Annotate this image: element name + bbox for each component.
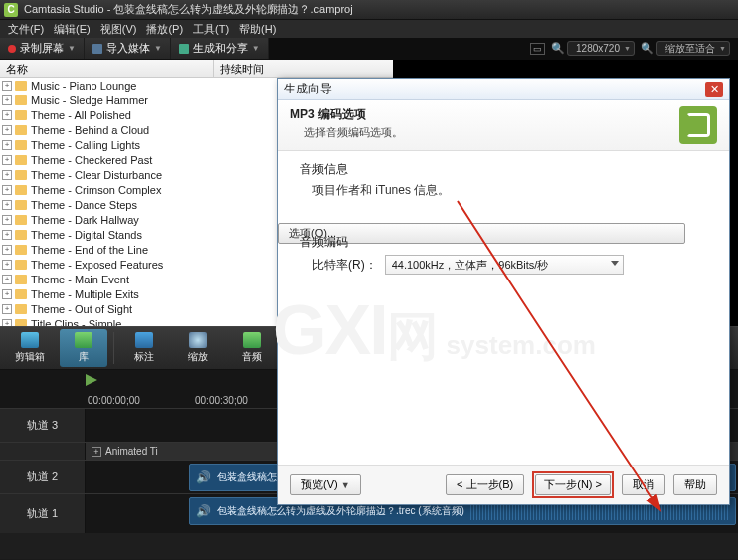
window-title: Camtasia Studio - 包装盒线稿怎么转为虚线及外轮廓描边？.cam…: [24, 2, 353, 17]
clip-title: 包装盒线稿怎么转为虚线及外轮廓描边？.trec (系统音频): [217, 504, 464, 518]
time-marker: 00:00:00;00: [88, 395, 140, 406]
expand-icon[interactable]: +: [2, 140, 12, 150]
canvas-dimensions[interactable]: 1280x720▼: [567, 41, 635, 56]
fullscreen-icon[interactable]: ▭: [530, 43, 545, 55]
tab-audio[interactable]: 音频: [228, 329, 276, 367]
record-screen-button[interactable]: 录制屏幕 ▼: [0, 38, 85, 59]
track-label[interactable]: 轨道 3: [0, 409, 86, 442]
item-label: Theme - Digital Stands: [31, 229, 142, 241]
search-icon: 🔍: [551, 42, 565, 54]
folder-icon: [15, 319, 27, 327]
expand-icon[interactable]: +: [2, 289, 12, 299]
tab-callouts[interactable]: 标注: [120, 329, 168, 367]
expand-icon[interactable]: +: [2, 155, 12, 165]
track-label[interactable]: 轨道 2: [0, 461, 86, 493]
folder-icon: [15, 185, 27, 195]
preview-toolbar: ▭ 🔍1280x720▼ 🔍缩放至适合▼: [269, 38, 738, 60]
preview-button[interactable]: 预览(V) ▼: [290, 474, 361, 495]
item-label: Theme - All Polished: [31, 109, 131, 121]
folder-icon: [15, 275, 27, 284]
item-label: Theme - Clear Disturbance: [31, 169, 162, 181]
menu-tools[interactable]: 工具(T): [189, 22, 233, 37]
item-label: Theme - Calling Lights: [31, 139, 140, 151]
dialog-title-bar[interactable]: 生成向导 ✕: [278, 79, 729, 100]
expand-icon[interactable]: +: [2, 170, 12, 180]
expand-icon[interactable]: +: [2, 230, 12, 240]
app-logo-icon: C: [4, 3, 18, 17]
dialog-body: GXI网system.com 音频信息 项目作者和 iTunes 信息。 选项(…: [278, 151, 729, 465]
menu-view[interactable]: 视图(V): [96, 22, 141, 37]
expand-icon[interactable]: +: [2, 245, 12, 255]
speaker-icon: 🔊: [196, 470, 211, 484]
expand-icon[interactable]: +: [2, 95, 12, 105]
item-label: Theme - Behind a Cloud: [31, 124, 149, 136]
item-label: Theme - Crimson Complex: [31, 184, 161, 196]
canvas-zoom[interactable]: 缩放至适合▼: [656, 41, 730, 56]
cancel-button[interactable]: 取消: [622, 474, 665, 495]
expand-icon[interactable]: +: [2, 81, 12, 91]
expand-icon[interactable]: +: [2, 260, 12, 270]
item-label: Theme - Dance Steps: [31, 199, 137, 211]
expand-icon[interactable]: +: [2, 304, 12, 314]
audio-icon: [243, 332, 261, 348]
callouts-icon: [135, 332, 153, 348]
folder-icon: [15, 125, 27, 135]
produce-share-button[interactable]: 生成和分享 ▼: [171, 38, 269, 59]
folder-icon: [15, 245, 27, 255]
expand-icon[interactable]: +: [2, 215, 12, 225]
back-button[interactable]: < 上一步(B): [446, 474, 524, 495]
folder-icon: [15, 215, 27, 225]
folder-icon: [15, 170, 27, 180]
track-label[interactable]: 轨道 1: [0, 494, 86, 533]
menu-file[interactable]: 文件(F): [4, 22, 48, 37]
chevron-down-icon: ▼: [341, 480, 350, 490]
expand-icon[interactable]: +: [2, 275, 12, 284]
dialog-heading: MP3 编码选项: [290, 106, 679, 123]
clip-header-label: Animated Ti: [105, 446, 158, 457]
folder-icon: [15, 81, 27, 91]
expand-icon[interactable]: +: [2, 319, 12, 327]
expand-icon[interactable]: +: [2, 110, 12, 120]
window-title-bar: C Camtasia Studio - 包装盒线稿怎么转为虚线及外轮廓描边？.c…: [0, 0, 738, 20]
expand-icon[interactable]: +: [2, 185, 12, 195]
col-name[interactable]: 名称: [0, 60, 214, 77]
speaker-icon: 🔊: [196, 504, 211, 518]
expand-icon[interactable]: +: [2, 125, 12, 135]
menu-help[interactable]: 帮助(H): [235, 22, 279, 37]
tab-zoom[interactable]: 缩放: [174, 329, 222, 367]
import-icon: [92, 44, 102, 54]
col-duration[interactable]: 持续时间: [214, 60, 393, 77]
main-toolbar: 录制屏幕 ▼ 导入媒体 ▼ 生成和分享 ▼ ▭ 🔍1280x720▼ 🔍缩放至适…: [0, 38, 738, 60]
tab-clipbin[interactable]: 剪辑箱: [6, 329, 54, 367]
help-button[interactable]: 帮助: [673, 474, 717, 495]
import-media-button[interactable]: 导入媒体 ▼: [85, 38, 171, 59]
playhead-icon[interactable]: [86, 374, 97, 386]
item-label: Music - Sledge Hammer: [31, 94, 148, 106]
folder-icon: [15, 260, 27, 270]
item-label: Theme - Exposed Features: [31, 259, 163, 271]
audio-encoding-group: 音频编码 比特率(R)： 44.100kHz，立体声，96kBits/秒: [300, 234, 707, 275]
folder-icon: [15, 110, 27, 120]
expand-icon[interactable]: +: [2, 200, 12, 210]
close-button[interactable]: ✕: [705, 82, 723, 97]
dialog-subheading: 选择音频编码选项。: [304, 125, 679, 140]
dialog-footer: 预览(V) ▼ < 上一步(B) 下一步(N) > 取消 帮助: [278, 465, 729, 504]
folder-icon: [15, 200, 27, 210]
chevron-down-icon: [611, 261, 619, 266]
bitrate-select[interactable]: 44.100kHz，立体声，96kBits/秒: [385, 255, 624, 275]
tab-library[interactable]: 库: [60, 329, 107, 367]
time-marker: 00:00:30;00: [195, 395, 248, 406]
item-label: Theme - End of the Line: [31, 244, 148, 256]
next-button[interactable]: 下一步(N) >: [535, 474, 611, 495]
watermark: GXI网system.com: [273, 290, 596, 372]
menu-play[interactable]: 播放(P): [142, 22, 187, 37]
folder-icon: [15, 304, 27, 314]
group-title: 音频信息: [300, 161, 707, 178]
menu-edit[interactable]: 编辑(E): [50, 22, 94, 37]
item-label: Title Clips - Simple: [31, 318, 121, 327]
camtasia-logo-icon: [679, 106, 717, 144]
dialog-title: 生成向导: [284, 81, 705, 97]
expand-icon[interactable]: +: [92, 447, 101, 457]
clipbin-icon: [21, 332, 39, 348]
bitrate-value: 44.100kHz，立体声，96kBits/秒: [392, 258, 549, 273]
